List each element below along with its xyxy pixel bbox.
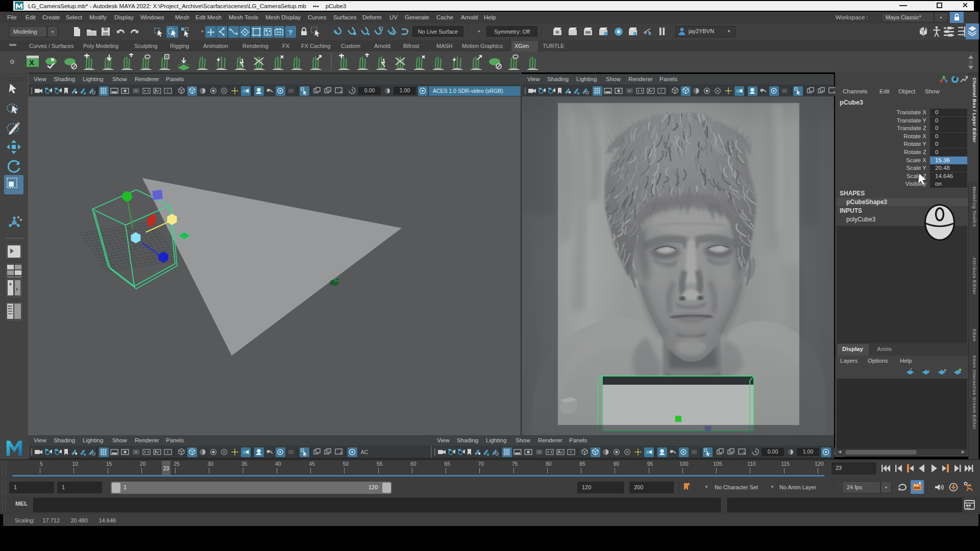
svg-text:T: T bbox=[570, 450, 572, 455]
svg-text:T: T bbox=[166, 89, 169, 93]
svg-text:+: + bbox=[944, 368, 946, 373]
svg-text:31: 31 bbox=[966, 506, 970, 509]
svg-text:T: T bbox=[660, 89, 663, 93]
svg-text:?: ? bbox=[288, 29, 292, 36]
svg-text:T: T bbox=[166, 450, 169, 455]
svg-text:X: X bbox=[29, 58, 34, 67]
svg-text:↓: ↓ bbox=[927, 368, 929, 372]
